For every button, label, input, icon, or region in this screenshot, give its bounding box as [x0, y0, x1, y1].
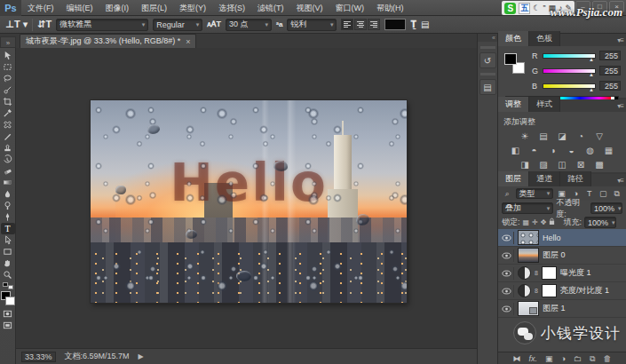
link-layers-icon[interactable]: ⧓: [513, 353, 521, 364]
tab-paths[interactable]: 路径: [560, 171, 591, 186]
new-layer-icon[interactable]: ⧉: [590, 353, 595, 364]
hue-saturation-icon[interactable]: ◧: [509, 145, 522, 156]
red-channel-slider[interactable]: ▲: [543, 53, 596, 59]
collapse-dock-icon[interactable]: «: [478, 34, 497, 42]
new-adjustment-icon[interactable]: ◑: [561, 353, 566, 364]
visibility-eye-icon[interactable]: [500, 267, 514, 280]
opacity-select[interactable]: 100%▾: [590, 202, 622, 214]
align-center-icon[interactable]: [354, 19, 367, 30]
screen-mode-icon[interactable]: [1, 320, 15, 331]
wubi-icon[interactable]: 五: [519, 3, 530, 14]
blue-channel-value[interactable]: 255: [599, 81, 621, 91]
foreground-color-swatch[interactable]: [504, 53, 517, 65]
color-lookup-icon[interactable]: ▦: [602, 145, 615, 156]
fill-select[interactable]: 100%▾: [584, 217, 616, 228]
green-channel-value[interactable]: 255: [599, 66, 621, 75]
eyedropper-tool[interactable]: [1, 107, 15, 119]
layer-mask-thumbnail[interactable]: [542, 284, 557, 297]
menu-filter[interactable]: 滤镜(T): [251, 0, 290, 16]
menu-window[interactable]: 窗口(W): [329, 0, 371, 16]
type-tool-preset-icon[interactable]: ⊥T ▾: [5, 19, 28, 30]
menu-help[interactable]: 帮助(H): [370, 0, 410, 16]
clone-stamp-tool[interactable]: [1, 142, 15, 154]
color-balance-icon[interactable]: ◓: [527, 145, 541, 156]
quick-mask-icon[interactable]: [1, 308, 15, 320]
layer-row-layer0[interactable]: 图层 0: [498, 247, 626, 265]
background-color-swatch[interactable]: [5, 297, 15, 305]
document-canvas[interactable]: Hello: [91, 100, 407, 303]
rectangle-tool[interactable]: [1, 246, 15, 257]
panel-menu-icon[interactable]: ▾≡: [617, 102, 623, 110]
lock-transparency-icon[interactable]: ▦: [523, 218, 530, 226]
black-white-icon[interactable]: ◑: [546, 145, 559, 156]
visibility-eye-icon[interactable]: [500, 303, 514, 315]
maximize-button[interactable]: □: [592, 1, 607, 12]
healing-brush-tool[interactable]: [1, 119, 15, 131]
threshold-icon[interactable]: ◫: [556, 159, 569, 170]
move-tool[interactable]: [1, 50, 15, 61]
layer-thumbnail[interactable]: [518, 301, 539, 316]
brush-tool[interactable]: [1, 131, 15, 142]
lock-pixels-icon[interactable]: ✛: [532, 218, 538, 226]
moon-icon[interactable]: ☾: [533, 4, 540, 12]
layer-style-fx-icon[interactable]: fx.: [529, 353, 538, 364]
filter-shape-icon[interactable]: ▢: [598, 189, 609, 198]
posterize-icon[interactable]: ▨: [537, 159, 551, 170]
tab-close-icon[interactable]: ×: [186, 37, 190, 46]
dodge-tool[interactable]: [1, 200, 15, 211]
tab-adjustments[interactable]: 调整: [498, 97, 529, 112]
visibility-eye-icon[interactable]: [500, 249, 514, 262]
document-tab[interactable]: 城市夜景-学.jpg @ 33.3% (Hello, RGB/8#) * ×: [20, 34, 196, 48]
blend-mode-select[interactable]: 叠加▾: [502, 202, 553, 214]
filter-smartobject-icon[interactable]: ⧉: [611, 189, 622, 199]
layer-row-brightness[interactable]: 8 亮度/对比度 1: [498, 282, 626, 300]
wrench-icon[interactable]: ✎: [565, 4, 572, 12]
blur-tool[interactable]: [1, 188, 15, 200]
channel-mixer-icon[interactable]: ◍: [583, 145, 597, 156]
zoom-level-field[interactable]: 33.33%: [21, 352, 56, 362]
font-size-select[interactable]: 30 点▾: [226, 19, 272, 31]
panel-menu-icon[interactable]: ▾≡: [617, 36, 623, 44]
menu-edit[interactable]: 编辑(E): [60, 0, 99, 16]
levels-icon[interactable]: ▤: [537, 131, 551, 142]
layer-thumbnail[interactable]: [518, 230, 539, 245]
default-swap-colors-icon[interactable]: [3, 282, 13, 289]
pen-tool[interactable]: [1, 211, 15, 223]
keyboard-icon[interactable]: ▦: [548, 4, 556, 12]
text-color-swatch[interactable]: [384, 19, 406, 30]
visibility-eye-icon[interactable]: [500, 285, 514, 297]
anti-alias-select[interactable]: 锐利▾: [287, 19, 337, 31]
path-selection-tool[interactable]: [1, 234, 15, 246]
curves-icon[interactable]: ◪: [556, 131, 569, 142]
menu-type[interactable]: 类型(Y): [173, 0, 212, 16]
warp-text-icon[interactable]: 𝐓̰: [410, 20, 416, 30]
slider-marker[interactable]: ▲: [589, 57, 594, 62]
add-mask-icon[interactable]: ▣: [545, 353, 553, 364]
layer-mask-thumbnail[interactable]: [542, 266, 557, 280]
lasso-tool[interactable]: [1, 73, 15, 84]
layer-row-hello[interactable]: Hello: [498, 229, 626, 247]
new-group-icon[interactable]: 🗀: [574, 353, 582, 364]
filter-type-select[interactable]: 类型▾: [516, 188, 554, 199]
lock-all-icon[interactable]: [549, 218, 555, 227]
eraser-tool[interactable]: [1, 165, 15, 177]
vibrance-icon[interactable]: ▽: [593, 131, 606, 142]
red-channel-value[interactable]: 255: [599, 51, 621, 60]
layer-name[interactable]: 图层 1: [543, 303, 566, 314]
adjustment-layer-icon[interactable]: [518, 266, 531, 280]
panel-menu-icon[interactable]: ▾≡: [617, 177, 623, 185]
text-orientation-icon[interactable]: ⇵T: [37, 19, 52, 30]
brightness-contrast-icon[interactable]: ☀: [519, 131, 532, 142]
menu-view[interactable]: 视图(V): [290, 0, 329, 16]
menu-image[interactable]: 图像(I): [99, 0, 136, 16]
font-family-select[interactable]: 微软雅黑▾: [56, 19, 148, 31]
green-channel-slider[interactable]: ▲: [543, 68, 596, 74]
toggle-panels-icon[interactable]: ▤: [421, 20, 429, 29]
minimize-button[interactable]: –: [575, 1, 590, 12]
exposure-icon[interactable]: ◔: [574, 131, 588, 142]
tab-styles[interactable]: 样式: [529, 97, 560, 112]
layer-thumbnail[interactable]: [518, 248, 539, 263]
quick-selection-tool[interactable]: [1, 84, 15, 96]
tab-swatches[interactable]: 色板: [529, 31, 560, 46]
visibility-eye-icon[interactable]: [500, 232, 514, 244]
